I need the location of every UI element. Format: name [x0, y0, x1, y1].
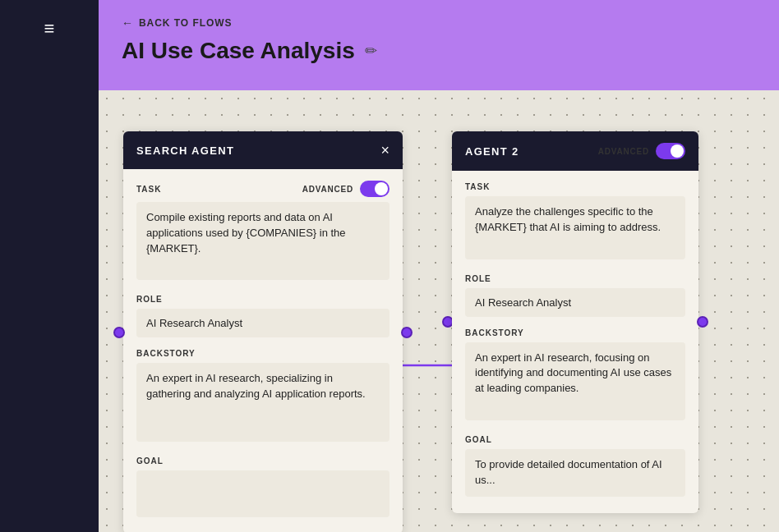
- agent2-task-input[interactable]: [465, 196, 685, 259]
- agent2-goal-row: GOAL: [465, 435, 685, 500]
- agent1-advanced-toggle: ADVANCED: [302, 181, 390, 197]
- agent2-right-handle[interactable]: [697, 316, 708, 328]
- back-label: BACK TO FLOWS: [139, 17, 233, 29]
- back-to-flows-link[interactable]: ← BACK TO FLOWS: [122, 16, 756, 30]
- agent1-card-wrapper: SEARCH AGENT × TASK ADVANCED: [123, 131, 403, 532]
- agent2-goal-input[interactable]: [465, 449, 685, 497]
- agent2-role-input[interactable]: [465, 288, 685, 317]
- main-area: ← BACK TO FLOWS AI Use Case Analysis ✏ S…: [99, 0, 779, 532]
- agent1-backstory-input[interactable]: [136, 363, 390, 441]
- agent1-left-handle[interactable]: [113, 327, 125, 338]
- agent2-advanced-label-header: ADVANCED: [598, 147, 649, 156]
- agent2-task-label: TASK: [465, 182, 490, 191]
- agent2-role-row: ROLE: [465, 274, 685, 317]
- agent1-goal-row: GOAL: [136, 456, 390, 521]
- agent2-card-wrapper: AGENT 2 ADVANCED TASK: [452, 131, 698, 513]
- agent1-goal-header: GOAL: [136, 456, 390, 466]
- agent2-card: AGENT 2 ADVANCED TASK: [452, 131, 698, 513]
- agent1-task-header: TASK ADVANCED: [136, 181, 390, 197]
- agent1-advanced-label: ADVANCED: [302, 185, 353, 194]
- agent2-backstory-row: BACKSTORY: [465, 328, 685, 424]
- agent2-goal-label: GOAL: [465, 435, 492, 444]
- back-arrow-icon: ←: [122, 16, 134, 30]
- agent2-backstory-label: BACKSTORY: [465, 328, 524, 337]
- agent1-body: TASK ADVANCED ROLE: [123, 181, 403, 532]
- agent1-role-label: ROLE: [136, 295, 163, 304]
- agent2-role-label: ROLE: [465, 274, 491, 283]
- agent1-right-handle[interactable]: [401, 327, 413, 338]
- sidebar: ≡: [0, 0, 99, 532]
- agent1-backstory-row: BACKSTORY: [136, 349, 390, 444]
- agent2-title: AGENT 2: [465, 145, 519, 158]
- agent1-toggle[interactable]: [360, 181, 390, 197]
- agent2-toggle-header[interactable]: [656, 143, 685, 159]
- agent1-card: SEARCH AGENT × TASK ADVANCED: [123, 131, 403, 532]
- agent1-title: SEARCH AGENT: [136, 144, 234, 157]
- agent1-backstory-label: BACKSTORY: [136, 349, 196, 358]
- agent2-advanced-toggle-header: ADVANCED: [598, 143, 685, 159]
- agent1-task-label: TASK: [136, 185, 161, 194]
- agent2-header: AGENT 2 ADVANCED: [452, 131, 698, 171]
- agent1-backstory-header: BACKSTORY: [136, 349, 390, 358]
- agent1-role-header: ROLE: [136, 295, 390, 304]
- agent1-task-row: TASK ADVANCED: [136, 181, 390, 283]
- agent1-goal-input[interactable]: [136, 470, 390, 518]
- canvas: SEARCH AGENT × TASK ADVANCED: [99, 90, 779, 532]
- agent1-goal-label: GOAL: [136, 456, 164, 466]
- agent1-role-row: ROLE: [136, 295, 390, 337]
- agent2-task-row: TASK: [465, 182, 685, 263]
- edit-icon[interactable]: ✏: [365, 42, 377, 60]
- agent2-body: TASK ROLE: [452, 182, 698, 513]
- agent1-header: SEARCH AGENT ×: [123, 131, 403, 169]
- agent2-goal-header: GOAL: [465, 435, 685, 444]
- agent1-role-input[interactable]: [136, 309, 390, 337]
- agent2-backstory-input[interactable]: [465, 342, 685, 420]
- agent2-role-header: ROLE: [465, 274, 685, 283]
- menu-icon[interactable]: ≡: [44, 20, 55, 38]
- agent2-task-header: TASK: [465, 182, 685, 191]
- agent1-task-input[interactable]: [136, 202, 390, 280]
- header: ← BACK TO FLOWS AI Use Case Analysis ✏: [99, 0, 779, 90]
- agent1-close-button[interactable]: ×: [380, 143, 390, 158]
- page-title: AI Use Case Analysis: [122, 38, 355, 64]
- agent2-backstory-header: BACKSTORY: [465, 328, 685, 337]
- canvas-inner: SEARCH AGENT × TASK ADVANCED: [123, 131, 698, 532]
- page-title-row: AI Use Case Analysis ✏: [122, 38, 756, 64]
